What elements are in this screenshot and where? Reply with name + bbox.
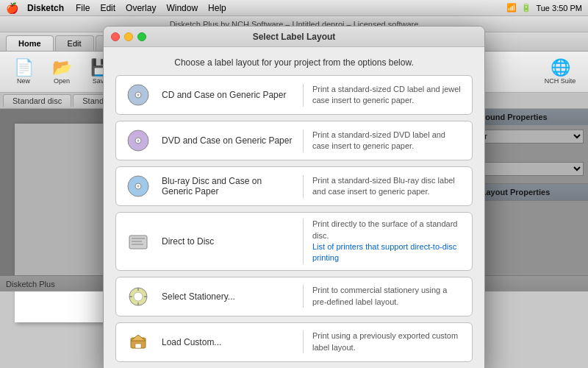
cd-generic-icon <box>125 82 151 108</box>
svg-rect-21 <box>135 344 141 348</box>
menu-bar-right: 📶 🔋 Tue 3:50 PM <box>506 3 582 13</box>
menu-items: File Edit Overlay Window Help <box>76 3 226 13</box>
open-button[interactable]: 📂 Open <box>44 54 79 90</box>
dvd-generic-name: DVD and Case on Generic Paper <box>162 130 294 152</box>
layout-item-load-custom[interactable]: Load Custom... Print using a previously … <box>115 322 473 362</box>
layout-item-cd-generic[interactable]: CD and Case on Generic Paper Print a sta… <box>115 75 473 115</box>
svg-point-14 <box>134 292 143 301</box>
dvd-generic-text-area: DVD and Case on Generic Paper Print a st… <box>162 130 463 152</box>
direct-disc-text-area: Direct to Disc Print directly to the sur… <box>162 219 463 264</box>
stationery-icon <box>125 283 151 310</box>
close-button[interactable] <box>111 32 120 41</box>
clock: Tue 3:50 PM <box>536 4 582 13</box>
dvd-generic-desc: Print a standard-sized DVD label and cas… <box>312 130 463 152</box>
load-custom-divider <box>303 330 304 353</box>
minimize-button[interactable] <box>124 32 133 41</box>
bluray-generic-desc: Print a standard-sized Blu-ray disc labe… <box>312 175 463 198</box>
nch-suite-icon: 🌐 <box>551 60 570 76</box>
bluray-generic-icon <box>125 173 151 199</box>
direct-disc-desc: Print directly to the surface of a stand… <box>312 219 463 264</box>
layout-item-stationery[interactable]: Select Stationery... Print to commercial… <box>115 277 473 316</box>
load-custom-icon <box>125 329 151 355</box>
open-icon: 📂 <box>52 60 72 76</box>
tab-edit[interactable]: Edit <box>55 35 94 51</box>
battery-icon: 🔋 <box>521 3 531 13</box>
modal-title: Select Label Layout <box>253 32 336 42</box>
bluray-generic-text-area: Blu-ray Disc and Case on Generic Paper P… <box>162 175 463 198</box>
direct-disc-name: Direct to Disc <box>162 219 294 264</box>
svg-point-2 <box>137 94 140 96</box>
dvd-generic-icon <box>125 127 151 154</box>
load-custom-text-area: Load Custom... Print using a previously … <box>162 330 463 353</box>
app-name[interactable]: Disketch <box>27 3 64 13</box>
direct-disc-icon <box>125 228 151 255</box>
stationery-text-area: Select Stationery... Print to commercial… <box>162 285 463 308</box>
svg-rect-11 <box>132 241 142 242</box>
tab-home[interactable]: Home <box>6 35 54 51</box>
doc-tab-disc[interactable]: Standard disc <box>3 94 71 107</box>
apple-menu[interactable]: 🍎 <box>6 2 18 14</box>
bluray-generic-name: Blu-ray Disc and Case on Generic Paper <box>162 175 294 198</box>
menu-help[interactable]: Help <box>208 3 226 13</box>
layout-item-dvd-generic[interactable]: DVD and Case on Generic Paper Print a st… <box>115 121 473 160</box>
main-area: ▶ Background Properties Solid Color None… <box>0 109 588 291</box>
stationery-desc: Print to commercial stationery using a p… <box>312 285 463 308</box>
direct-disc-link[interactable]: List of printers that support direct-to-… <box>312 242 456 262</box>
load-custom-desc: Print using a previously exported custom… <box>312 330 463 353</box>
layout-list: CD and Case on Generic Paper Print a sta… <box>104 75 484 368</box>
maximize-button[interactable] <box>137 32 146 41</box>
svg-point-5 <box>137 140 140 142</box>
load-custom-name: Load Custom... <box>162 330 294 353</box>
select-label-layout-dialog: Select Label Layout Choose a label layou… <box>103 26 485 368</box>
new-icon: 📄 <box>14 60 34 76</box>
wifi-icon: 📶 <box>506 3 517 13</box>
layout-item-direct-disc[interactable]: Direct to Disc Print directly to the sur… <box>115 212 473 271</box>
cd-generic-text-area: CD and Case on Generic Paper Print a sta… <box>162 84 463 107</box>
menu-window[interactable]: Window <box>166 3 198 13</box>
menu-file[interactable]: File <box>76 3 90 13</box>
modal-titlebar: Select Label Layout <box>104 26 484 47</box>
bluray-generic-divider <box>303 175 304 198</box>
stationery-divider <box>303 285 304 308</box>
modal-subtitle: Choose a label layout for your project f… <box>104 47 484 75</box>
traffic-lights <box>111 32 146 41</box>
svg-point-8 <box>137 185 140 188</box>
cd-generic-divider <box>303 84 304 107</box>
new-button[interactable]: 📄 New <box>6 54 41 90</box>
menu-overlay[interactable]: Overlay <box>126 3 156 13</box>
nch-suite-button[interactable]: 🌐 NCH Suite <box>538 54 582 90</box>
cd-generic-name: CD and Case on Generic Paper <box>162 84 294 107</box>
cd-generic-desc: Print a standard-sized CD label and jewe… <box>312 84 463 107</box>
svg-rect-10 <box>132 238 145 239</box>
menu-edit[interactable]: Edit <box>100 3 115 13</box>
layout-item-bluray-generic[interactable]: Blu-ray Disc and Case on Generic Paper P… <box>115 166 473 206</box>
svg-rect-12 <box>132 244 143 245</box>
menu-bar: 🍎 Disketch File Edit Overlay Window Help… <box>0 0 588 16</box>
dvd-generic-divider <box>303 130 304 152</box>
modal-overlay: Select Label Layout Choose a label layou… <box>0 109 588 291</box>
direct-disc-divider <box>303 219 304 264</box>
stationery-name: Select Stationery... <box>162 285 294 308</box>
